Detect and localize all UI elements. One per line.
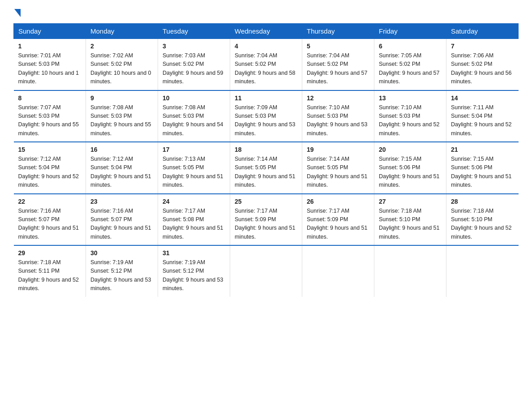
day-number: 19 bbox=[307, 146, 369, 153]
day-cell-11: 11 Sunrise: 7:09 AMSunset: 5:03 PMDaylig… bbox=[230, 90, 302, 142]
day-number: 22 bbox=[18, 198, 82, 205]
day-number: 21 bbox=[451, 146, 514, 153]
day-info: Sunrise: 7:08 AMSunset: 5:03 PMDaylight:… bbox=[163, 104, 223, 137]
weekday-header-saturday: Saturday bbox=[446, 24, 519, 39]
day-cell-9: 9 Sunrise: 7:08 AMSunset: 5:03 PMDayligh… bbox=[86, 90, 158, 142]
day-cell-31: 31 Sunrise: 7:19 AMSunset: 5:12 PMDaylig… bbox=[158, 245, 230, 297]
empty-cell bbox=[302, 245, 374, 297]
day-number: 16 bbox=[90, 146, 153, 153]
day-number: 27 bbox=[379, 198, 442, 205]
day-cell-30: 30 Sunrise: 7:19 AMSunset: 5:12 PMDaylig… bbox=[86, 245, 158, 297]
day-cell-5: 5 Sunrise: 7:04 AMSunset: 5:02 PMDayligh… bbox=[302, 39, 374, 90]
empty-cell bbox=[446, 245, 519, 297]
day-cell-26: 26 Sunrise: 7:17 AMSunset: 5:09 PMDaylig… bbox=[302, 194, 374, 246]
day-number: 24 bbox=[163, 198, 225, 205]
empty-cell bbox=[230, 245, 302, 297]
day-cell-27: 27 Sunrise: 7:18 AMSunset: 5:10 PMDaylig… bbox=[374, 194, 446, 246]
day-info: Sunrise: 7:08 AMSunset: 5:03 PMDaylight:… bbox=[90, 104, 151, 137]
day-info: Sunrise: 7:14 AMSunset: 5:05 PMDaylight:… bbox=[307, 156, 368, 188]
day-number: 12 bbox=[307, 94, 369, 102]
week-row-3: 15 Sunrise: 7:12 AMSunset: 5:04 PMDaylig… bbox=[14, 142, 519, 194]
day-number: 8 bbox=[18, 94, 82, 102]
day-info: Sunrise: 7:18 AMSunset: 5:11 PMDaylight:… bbox=[18, 259, 79, 291]
day-cell-12: 12 Sunrise: 7:10 AMSunset: 5:03 PMDaylig… bbox=[302, 90, 374, 142]
day-number: 4 bbox=[235, 43, 297, 50]
day-info: Sunrise: 7:06 AMSunset: 5:02 PMDaylight:… bbox=[451, 52, 512, 85]
day-info: Sunrise: 7:03 AMSunset: 5:02 PMDaylight:… bbox=[163, 52, 223, 85]
day-number: 9 bbox=[90, 94, 153, 102]
day-info: Sunrise: 7:18 AMSunset: 5:10 PMDaylight:… bbox=[451, 208, 512, 240]
day-info: Sunrise: 7:18 AMSunset: 5:10 PMDaylight:… bbox=[379, 208, 440, 240]
weekday-header-wednesday: Wednesday bbox=[230, 24, 302, 39]
day-info: Sunrise: 7:13 AMSunset: 5:05 PMDaylight:… bbox=[163, 156, 223, 188]
day-number: 15 bbox=[18, 146, 82, 153]
day-info: Sunrise: 7:17 AMSunset: 5:09 PMDaylight:… bbox=[307, 208, 368, 240]
day-number: 25 bbox=[235, 198, 297, 205]
day-cell-7: 7 Sunrise: 7:06 AMSunset: 5:02 PMDayligh… bbox=[446, 39, 519, 90]
day-cell-16: 16 Sunrise: 7:12 AMSunset: 5:04 PMDaylig… bbox=[86, 142, 158, 194]
day-info: Sunrise: 7:12 AMSunset: 5:04 PMDaylight:… bbox=[90, 156, 151, 188]
day-number: 18 bbox=[235, 146, 297, 153]
day-info: Sunrise: 7:10 AMSunset: 5:03 PMDaylight:… bbox=[379, 104, 440, 137]
day-number: 20 bbox=[379, 146, 442, 153]
day-number: 23 bbox=[90, 198, 153, 205]
day-info: Sunrise: 7:17 AMSunset: 5:09 PMDaylight:… bbox=[235, 208, 296, 240]
day-number: 10 bbox=[163, 94, 225, 102]
day-cell-29: 29 Sunrise: 7:18 AMSunset: 5:11 PMDaylig… bbox=[14, 245, 86, 297]
logo-arrow-icon bbox=[14, 9, 21, 17]
day-cell-8: 8 Sunrise: 7:07 AMSunset: 5:03 PMDayligh… bbox=[14, 90, 86, 142]
day-cell-15: 15 Sunrise: 7:12 AMSunset: 5:04 PMDaylig… bbox=[14, 142, 86, 194]
day-cell-2: 2 Sunrise: 7:02 AMSunset: 5:02 PMDayligh… bbox=[86, 39, 158, 90]
day-number: 6 bbox=[379, 43, 442, 50]
day-info: Sunrise: 7:04 AMSunset: 5:02 PMDaylight:… bbox=[307, 52, 368, 85]
empty-cell bbox=[374, 245, 446, 297]
day-number: 30 bbox=[90, 249, 153, 257]
day-cell-19: 19 Sunrise: 7:14 AMSunset: 5:05 PMDaylig… bbox=[302, 142, 374, 194]
day-cell-3: 3 Sunrise: 7:03 AMSunset: 5:02 PMDayligh… bbox=[158, 39, 230, 90]
day-info: Sunrise: 7:10 AMSunset: 5:03 PMDaylight:… bbox=[307, 104, 368, 137]
day-number: 17 bbox=[163, 146, 225, 153]
day-info: Sunrise: 7:15 AMSunset: 5:06 PMDaylight:… bbox=[379, 156, 440, 188]
day-info: Sunrise: 7:19 AMSunset: 5:12 PMDaylight:… bbox=[90, 259, 151, 291]
week-row-4: 22 Sunrise: 7:16 AMSunset: 5:07 PMDaylig… bbox=[14, 194, 519, 246]
day-cell-6: 6 Sunrise: 7:05 AMSunset: 5:02 PMDayligh… bbox=[374, 39, 446, 90]
day-cell-23: 23 Sunrise: 7:16 AMSunset: 5:07 PMDaylig… bbox=[86, 194, 158, 246]
day-number: 3 bbox=[163, 43, 225, 50]
weekday-header-tuesday: Tuesday bbox=[158, 24, 230, 39]
day-cell-18: 18 Sunrise: 7:14 AMSunset: 5:05 PMDaylig… bbox=[230, 142, 302, 194]
day-number: 31 bbox=[163, 249, 225, 257]
day-info: Sunrise: 7:11 AMSunset: 5:04 PMDaylight:… bbox=[451, 104, 512, 137]
weekday-header-monday: Monday bbox=[86, 24, 158, 39]
day-info: Sunrise: 7:16 AMSunset: 5:07 PMDaylight:… bbox=[18, 208, 79, 240]
day-info: Sunrise: 7:02 AMSunset: 5:02 PMDaylight:… bbox=[90, 52, 151, 85]
calendar-table: SundayMondayTuesdayWednesdayThursdayFrid… bbox=[13, 23, 519, 297]
day-cell-13: 13 Sunrise: 7:10 AMSunset: 5:03 PMDaylig… bbox=[374, 90, 446, 142]
day-info: Sunrise: 7:14 AMSunset: 5:05 PMDaylight:… bbox=[235, 156, 296, 188]
day-cell-4: 4 Sunrise: 7:04 AMSunset: 5:02 PMDayligh… bbox=[230, 39, 302, 90]
weekday-header-sunday: Sunday bbox=[14, 24, 86, 39]
day-info: Sunrise: 7:01 AMSunset: 5:03 PMDaylight:… bbox=[18, 52, 79, 85]
day-cell-28: 28 Sunrise: 7:18 AMSunset: 5:10 PMDaylig… bbox=[446, 194, 519, 246]
day-cell-10: 10 Sunrise: 7:08 AMSunset: 5:03 PMDaylig… bbox=[158, 90, 230, 142]
week-row-1: 1 Sunrise: 7:01 AMSunset: 5:03 PMDayligh… bbox=[14, 39, 519, 90]
day-info: Sunrise: 7:07 AMSunset: 5:03 PMDaylight:… bbox=[18, 104, 79, 137]
day-cell-14: 14 Sunrise: 7:11 AMSunset: 5:04 PMDaylig… bbox=[446, 90, 519, 142]
day-info: Sunrise: 7:09 AMSunset: 5:03 PMDaylight:… bbox=[235, 104, 296, 137]
day-info: Sunrise: 7:19 AMSunset: 5:12 PMDaylight:… bbox=[163, 259, 223, 291]
day-number: 5 bbox=[307, 43, 369, 50]
day-number: 2 bbox=[90, 43, 153, 50]
week-row-5: 29 Sunrise: 7:18 AMSunset: 5:11 PMDaylig… bbox=[14, 245, 519, 297]
weekday-header-row: SundayMondayTuesdayWednesdayThursdayFrid… bbox=[14, 24, 519, 39]
day-info: Sunrise: 7:16 AMSunset: 5:07 PMDaylight:… bbox=[90, 208, 151, 240]
day-info: Sunrise: 7:15 AMSunset: 5:06 PMDaylight:… bbox=[451, 156, 512, 188]
weekday-header-friday: Friday bbox=[374, 24, 446, 39]
day-cell-21: 21 Sunrise: 7:15 AMSunset: 5:06 PMDaylig… bbox=[446, 142, 519, 194]
day-info: Sunrise: 7:04 AMSunset: 5:02 PMDaylight:… bbox=[235, 52, 296, 85]
week-row-2: 8 Sunrise: 7:07 AMSunset: 5:03 PMDayligh… bbox=[14, 90, 519, 142]
day-cell-17: 17 Sunrise: 7:13 AMSunset: 5:05 PMDaylig… bbox=[158, 142, 230, 194]
day-cell-25: 25 Sunrise: 7:17 AMSunset: 5:09 PMDaylig… bbox=[230, 194, 302, 246]
day-info: Sunrise: 7:12 AMSunset: 5:04 PMDaylight:… bbox=[18, 156, 79, 188]
weekday-header-thursday: Thursday bbox=[302, 24, 374, 39]
day-number: 7 bbox=[451, 43, 514, 50]
day-info: Sunrise: 7:05 AMSunset: 5:02 PMDaylight:… bbox=[379, 52, 440, 85]
